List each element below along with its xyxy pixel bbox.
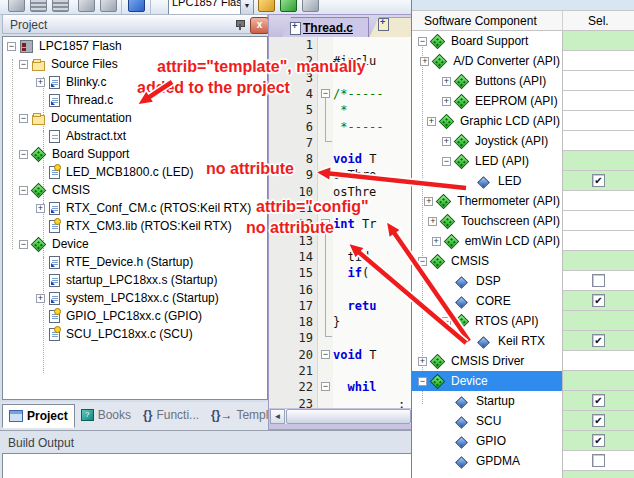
tab-thread-c[interactable]: Thread.c xyxy=(281,17,369,38)
checkbox-checked[interactable]: ✔ xyxy=(592,334,605,347)
checkbox-checked[interactable]: ✔ xyxy=(592,294,605,307)
expander-buttons-api[interactable]: + xyxy=(442,77,451,86)
component-row-thermometer-api[interactable]: +Thermometer (API) xyxy=(412,191,634,211)
component-row-device[interactable]: −Device xyxy=(412,371,634,391)
component-row-a-d-converter-api[interactable]: +A/D Converter (API) xyxy=(412,51,634,71)
expander-rtx-conf-cm-c-rtos-keil-rtx[interactable]: + xyxy=(36,204,45,213)
tree-item-lpc1857-flash[interactable]: −LPC1857 Flash xyxy=(3,37,267,55)
expander-led-api[interactable]: − xyxy=(442,157,451,166)
component-row-board-support[interactable]: −Board Support xyxy=(412,31,634,51)
tree-item-startup-lpc18xx-s-startup[interactable]: startup_LPC18xx.s (Startup) xyxy=(3,271,267,289)
component-row-led[interactable]: LED✔ xyxy=(412,171,634,191)
checkbox-checked[interactable]: ✔ xyxy=(592,394,605,407)
expander-touchscreen-api[interactable]: + xyxy=(428,217,437,226)
expander-blinky-c[interactable]: + xyxy=(36,78,45,87)
tab-books[interactable]: ?Books xyxy=(75,404,137,426)
chevron-down-icon[interactable]: ▼ xyxy=(240,0,253,15)
tree-item-scu-lpc18xx-c-scu[interactable]: SCU_LPC18xx.c (SCU) xyxy=(3,325,267,343)
expander-source-files[interactable]: − xyxy=(19,60,28,69)
project-tab-icon xyxy=(9,410,23,422)
expander-cmsis[interactable]: − xyxy=(418,257,427,266)
component-row-cmsis[interactable]: −CMSIS xyxy=(412,251,634,271)
component-row-gpio[interactable]: GPIO✔ xyxy=(412,431,634,451)
expander-emwin-lcd-api[interactable]: + xyxy=(432,237,441,246)
file-extensions-icon[interactable] xyxy=(302,0,319,12)
stop-build-icon[interactable] xyxy=(100,0,117,12)
expander-documentation[interactable]: − xyxy=(19,114,28,123)
line-number: 16 xyxy=(269,283,313,297)
tree-item-rtx-cm3-lib-rtos-keil-rtx[interactable]: RTX_CM3.lib (RTOS:Keil RTX) xyxy=(3,217,267,235)
translate-icon[interactable] xyxy=(78,0,95,12)
indent xyxy=(412,401,442,402)
scrollbar-thumb[interactable] xyxy=(286,409,411,424)
tree-item-abstract-txt[interactable]: Abstract.txt xyxy=(3,127,267,145)
sel-cell xyxy=(562,471,634,478)
checkbox-checked[interactable]: ✔ xyxy=(592,414,605,427)
tab-project[interactable]: Project xyxy=(2,404,75,428)
component-row-startup[interactable]: Startup✔ xyxy=(412,391,634,411)
component-row-joystick-api[interactable]: +Joystick (API) xyxy=(412,131,634,151)
editor-horizontal-scrollbar[interactable]: ◄ xyxy=(270,409,411,424)
component-row-dsp[interactable]: DSP xyxy=(412,271,634,291)
options-for-target-icon[interactable] xyxy=(258,0,275,12)
tree-item-gpio-lpc18xx-c-gpio[interactable]: GPIO_LPC18xx.c (GPIO) xyxy=(3,307,267,325)
tree-item-documentation[interactable]: −Documentation xyxy=(3,109,267,127)
tab-functi[interactable]: {}Functi... xyxy=(137,404,205,426)
checkbox-checked[interactable]: ✔ xyxy=(592,174,605,187)
expander-device[interactable]: − xyxy=(19,240,28,249)
close-icon[interactable]: x xyxy=(250,17,269,34)
sel-cell xyxy=(562,191,634,211)
expander-system-lpc18xx-c-startup[interactable]: + xyxy=(36,294,45,303)
tree-item-system-lpc18xx-c-startup[interactable]: +system_LPC18xx.c (Startup) xyxy=(3,289,267,307)
component-row-eeprom-api[interactable]: +EEPROM (API) xyxy=(412,91,634,111)
expander-graphic-lcd-api[interactable]: + xyxy=(427,117,436,126)
expander-joystick-api[interactable]: + xyxy=(442,137,451,146)
expander-lpc1857-flash[interactable]: − xyxy=(7,42,16,51)
fold-collapse-icon[interactable]: − xyxy=(321,382,330,391)
sel-cell xyxy=(562,51,634,71)
fold-collapse-icon[interactable]: − xyxy=(321,89,330,98)
expander-a-d-converter-api[interactable]: + xyxy=(420,57,429,66)
expander-cmsis-driver[interactable]: + xyxy=(418,357,427,366)
component-row-cmsis-driver[interactable]: +CMSIS Driver xyxy=(412,351,634,371)
tree-item-cmsis[interactable]: −CMSIS xyxy=(3,181,267,199)
component-row-keil-rtx[interactable]: Keil RTX✔ xyxy=(412,331,634,351)
component-row-rtos-api[interactable]: −RTOS (API) xyxy=(412,311,634,331)
tree-item-rte-device-h-startup[interactable]: RTE_Device.h (Startup) xyxy=(3,253,267,271)
expander-board-support[interactable]: − xyxy=(19,150,28,159)
tree-item-device[interactable]: −Device xyxy=(3,235,267,253)
manage-rte-icon[interactable] xyxy=(280,0,297,12)
expander-cmsis[interactable]: − xyxy=(19,186,28,195)
component-cell: +Thermometer (API) xyxy=(412,191,562,211)
expander-eeprom-api[interactable]: + xyxy=(442,97,451,106)
component-row-emwin-lcd-api[interactable]: +emWin LCD (API) xyxy=(412,231,634,251)
component-row-led-api[interactable]: −LED (API) xyxy=(412,151,634,171)
checkbox-unchecked[interactable] xyxy=(592,454,605,467)
scroll-left-icon[interactable]: ◄ xyxy=(270,409,285,424)
component-row-graphic-lcd-api[interactable]: +Graphic LCD (API) xyxy=(412,111,634,131)
component-row-touchscreen-api[interactable]: +Touchscreen (API) xyxy=(412,211,634,231)
component-row-buttons-api[interactable]: +Buttons (API) xyxy=(412,71,634,91)
checkbox-checked[interactable]: ✔ xyxy=(592,434,605,447)
download-icon[interactable] xyxy=(128,0,145,12)
component-row-item[interactable] xyxy=(412,471,634,478)
fold-collapse-icon[interactable]: − xyxy=(321,350,330,359)
indent xyxy=(412,421,442,422)
indent xyxy=(412,341,464,342)
expander-thermometer-api[interactable]: + xyxy=(424,197,433,206)
tree-item-rtx-conf-cm-c-rtos-keil-rtx[interactable]: +RTX_Conf_CM.c (RTOS:Keil RTX) xyxy=(3,199,267,217)
component-cell: +emWin LCD (API) xyxy=(412,231,562,251)
expander-board-support[interactable]: − xyxy=(418,37,427,46)
tab-next-file[interactable] xyxy=(369,17,413,38)
target-select-combo[interactable]: LPC1857 Flash ▼ xyxy=(168,0,254,15)
build-icon[interactable] xyxy=(8,0,25,12)
checkbox-unchecked[interactable] xyxy=(592,274,605,287)
expander-device[interactable]: − xyxy=(418,377,427,386)
batch-build-icon[interactable] xyxy=(52,0,69,12)
component-row-gpdma[interactable]: GPDMA xyxy=(412,451,634,471)
expander-rtos-api[interactable]: − xyxy=(442,317,451,326)
component-row-scu[interactable]: SCU✔ xyxy=(412,411,634,431)
pin-icon[interactable] xyxy=(235,19,244,30)
rebuild-icon[interactable] xyxy=(30,0,47,12)
component-row-core[interactable]: CORE✔ xyxy=(412,291,634,311)
